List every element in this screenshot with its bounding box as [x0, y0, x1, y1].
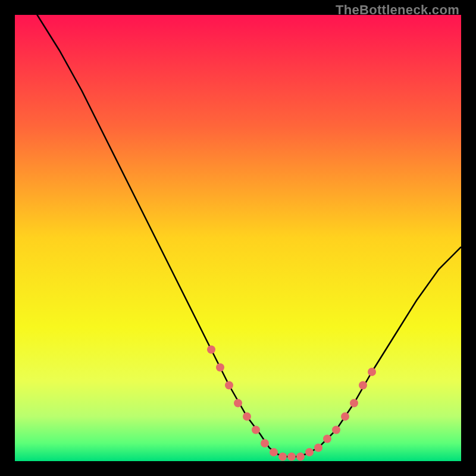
highlight-dot: [207, 346, 215, 354]
highlight-dot: [350, 399, 358, 408]
chart-area: [15, 15, 461, 461]
highlight-dot: [216, 364, 224, 372]
highlight-dot: [261, 439, 269, 447]
highlight-dot: [234, 399, 242, 408]
highlight-dot: [296, 453, 305, 461]
highlight-dot: [252, 426, 260, 434]
highlight-dot: [278, 453, 287, 461]
highlight-dot: [225, 381, 233, 390]
highlight-dot: [305, 448, 314, 456]
highlight-dot: [332, 426, 340, 434]
highlight-dot: [341, 412, 349, 421]
highlight-dot: [323, 435, 331, 443]
highlight-dot: [243, 412, 251, 421]
highlight-dot: [314, 444, 322, 452]
watermark-text: TheBottleneck.com: [336, 2, 459, 18]
highlight-dot: [270, 448, 278, 456]
highlight-dot: [368, 368, 376, 376]
gradient-background: [15, 15, 461, 461]
highlight-dot: [287, 453, 296, 461]
highlight-dot: [359, 381, 367, 390]
chart-svg: [15, 15, 461, 461]
